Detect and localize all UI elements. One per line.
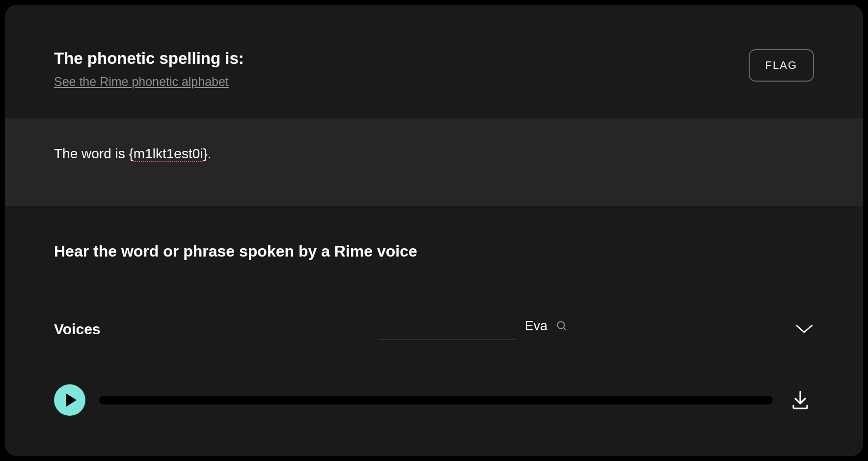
chevron-down-icon [794,322,814,334]
download-icon [788,388,812,411]
audio-player [5,340,863,440]
word-display: The word is {m1lkt1est0i}. [54,146,814,162]
voices-center [101,318,795,340]
hear-section: Hear the word or phrase spoken by a Rime… [5,206,863,260]
svg-point-0 [558,321,565,328]
play-button[interactable] [54,384,85,416]
search-icon [556,320,568,332]
phonetic-token: m1lkt1est0i [134,146,203,161]
play-icon [66,393,77,407]
flag-button[interactable]: FLAG [749,49,814,82]
header-section: The phonetic spelling is: See the Rime p… [5,5,863,118]
header-text: The phonetic spelling is: See the Rime p… [54,49,244,89]
voice-search[interactable] [379,318,516,340]
alphabet-link[interactable]: See the Rime phonetic alphabet [54,75,244,89]
download-button[interactable] [787,386,814,415]
word-prefix: The word is { [54,146,134,161]
voices-section: Voices [5,260,863,340]
voices-expand-toggle[interactable] [794,322,814,336]
hear-heading: Hear the word or phrase spoken by a Rime… [54,242,814,260]
word-display-band: The word is {m1lkt1est0i}. [5,118,863,206]
app-panel: The phonetic spelling is: See the Rime p… [5,5,863,456]
progress-track[interactable] [99,396,773,404]
voice-search-input[interactable] [381,318,547,334]
svg-line-1 [564,328,566,330]
phonetic-heading: The phonetic spelling is: [54,49,244,68]
voices-label: Voices [54,321,101,338]
word-suffix: }. [203,146,211,161]
